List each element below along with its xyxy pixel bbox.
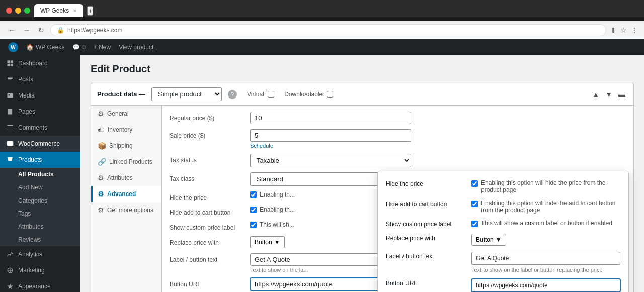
analytics-icon [6,250,14,258]
product-type-select[interactable]: Simple product [151,87,222,101]
address-bar[interactable]: 🔒 https://wpgeeks.com [50,24,606,36]
submenu-reviews[interactable]: Reviews [0,233,80,246]
tooltip-replace-dropdown[interactable]: Button ▼ [471,234,506,246]
tooltip-button-url-input[interactable] [471,279,620,292]
tab-inventory[interactable]: 🏷 Inventory [91,122,161,138]
tooltip-popup: Hide the price Enabling this option will… [377,171,629,292]
tab-attributes[interactable]: ⚙ Attributes [91,170,161,186]
inventory-tab-label: Inventory [108,126,132,133]
label-button-label: Label / button text [170,253,250,263]
view-product-item[interactable]: View product [115,39,157,55]
reload-button[interactable]: ↻ [36,25,46,35]
sidebar-item-woocommerce[interactable]: WooCommerce [0,136,80,152]
shipping-tab-label: Shipping [109,142,133,149]
sidebar-item-posts[interactable]: Posts [0,71,80,87]
forward-button[interactable]: → [21,25,32,35]
tab-advanced[interactable]: ⚙ Advanced [91,186,161,202]
schedule-link[interactable]: Schedule [250,143,625,149]
collapse-up-button[interactable]: ▲ [590,89,601,100]
pages-icon [6,108,14,116]
advanced-tab-label: Advanced [107,190,136,198]
get-more-tab-icon: ⚙ [98,206,104,214]
sale-price-input[interactable] [250,129,411,142]
collapse-down-button[interactable]: ▼ [603,89,614,100]
wp-logo: W [8,42,18,52]
minimize-dot[interactable] [15,8,21,14]
bookmark-icon[interactable]: ☆ [620,26,627,34]
sale-price-label: Sale price ($) [170,129,250,139]
submenu-add-new[interactable]: Add New [0,181,80,194]
share-icon[interactable]: ⬆ [610,26,616,34]
tax-status-label: Tax status [170,154,250,164]
sidebar-item-comments[interactable]: Comments [0,120,80,136]
tooltip-label-text-row: Label / button text Text to show on the … [386,252,620,273]
expand-button[interactable]: ▬ [616,89,627,100]
regular-price-row: Regular price ($) [170,112,625,124]
show-custom-label: Show custom price label [170,221,250,231]
sidebar-item-media[interactable]: Media [0,87,80,104]
tab-get-more[interactable]: ⚙ Get more options [91,202,161,218]
new-label: + New [94,44,111,51]
tooltip-show-custom-content: This will show a custom label or button … [471,220,620,227]
wp-logo-item[interactable]: W [4,39,22,55]
regular-price-input[interactable] [250,112,411,124]
tooltip-hide-cart-desc: Enabling this option will hide the add t… [481,200,620,214]
tab-shipping[interactable]: 📦 Shipping [91,138,161,154]
linked-tab-label: Linked Products [109,158,152,165]
sidebar-item-marketing[interactable]: Marketing [0,262,80,278]
tooltip-label-text-label: Label / button text [386,252,471,260]
tooltip-show-custom-checkbox[interactable] [471,221,478,227]
menu-icon[interactable]: ⋮ [631,26,638,34]
submenu-tags[interactable]: Tags [0,207,80,220]
posts-label: Posts [18,76,33,83]
products-label: Products [18,156,42,163]
general-tab-label: General [107,110,129,117]
sidebar-item-dashboard[interactable]: Dashboard [0,55,80,71]
browser-tab[interactable]: WP Geeks ✕ [34,4,83,17]
sidebar-item-pages[interactable]: Pages [0,104,80,120]
sidebar-item-analytics[interactable]: Analytics [0,246,80,262]
tooltip-replace-price-row: Replace price with Button ▼ [386,234,620,246]
browser-titlebar: WP Geeks ✕ + [6,4,638,17]
tooltip-hide-cart-checkbox[interactable] [471,201,478,207]
maximize-dot[interactable] [24,8,30,14]
comments-item[interactable]: 💬 0 [68,39,90,55]
submenu-all-products[interactable]: All Products [0,168,80,181]
inventory-tab-icon: 🏷 [98,126,105,134]
tax-status-select[interactable]: Taxable [250,154,411,167]
tooltip-show-custom-label: Show custom price label [386,220,471,228]
virtual-checkbox[interactable] [268,91,274,98]
marketing-icon [6,266,14,274]
media-icon [6,91,14,100]
tooltip-button-url-content: URL for the button [471,279,620,292]
hide-cart-checkbox[interactable] [250,207,257,213]
replace-price-dropdown[interactable]: Button ▼ [250,236,285,248]
tax-status-row: Tax status Taxable [170,154,625,167]
products-submenu: All Products Add New Categories Tags Att… [0,168,80,246]
replace-price-label: Replace price with [170,236,250,246]
new-item[interactable]: + New [90,39,115,55]
tab-linked-products[interactable]: 🔗 Linked Products [91,154,161,170]
show-custom-checkbox[interactable] [250,222,257,228]
tooltip-label-text-content: Text to show on the label or button repl… [471,252,620,273]
tab-general[interactable]: ⚙ General [91,106,161,122]
tooltip-hide-price-row: Hide the price Enabling this option will… [386,179,620,193]
tab-close-icon[interactable]: ✕ [73,8,77,14]
hide-price-checkbox[interactable] [250,191,257,198]
sidebar-item-products[interactable]: Products [0,152,80,168]
tooltip-label-text-input[interactable] [471,252,620,265]
tooltip-hide-price-checkbox[interactable] [471,180,478,187]
virtual-label: Virtual: [247,91,266,98]
tooltip-show-custom-desc: This will show a custom label or button … [481,220,612,227]
new-tab-button[interactable]: + [87,6,93,16]
submenu-attributes[interactable]: Attributes [0,220,80,233]
site-name-item[interactable]: 🏠 WP Geeks [22,39,68,55]
analytics-label: Analytics [18,251,42,258]
downloadable-checkbox[interactable] [327,91,333,98]
help-icon[interactable]: ? [228,90,237,99]
sidebar-item-appearance[interactable]: Appearance [0,278,80,292]
submenu-categories[interactable]: Categories [0,194,80,207]
close-dot[interactable] [6,8,12,14]
svg-rect-1 [11,60,13,63]
back-button[interactable]: ← [6,25,17,35]
